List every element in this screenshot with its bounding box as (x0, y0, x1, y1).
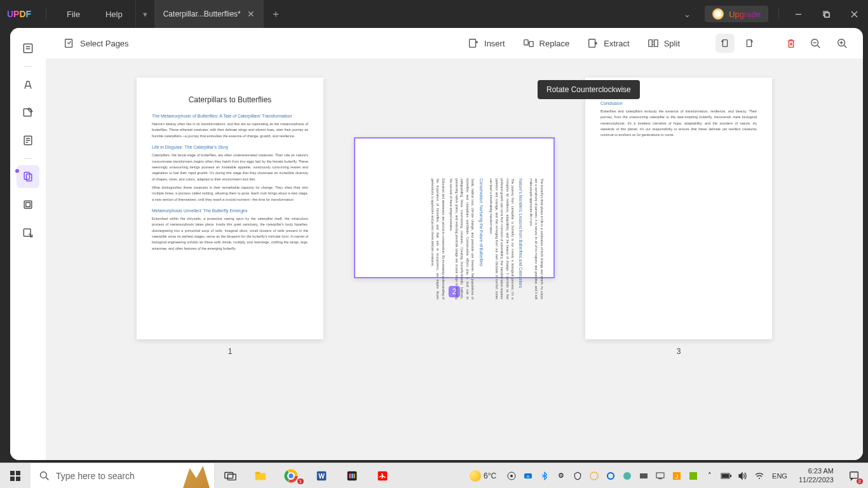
search-box[interactable]: Type here to search (31, 463, 215, 488)
tray-chevron[interactable]: ˄ (703, 470, 716, 482)
app-logo: UPDF (0, 9, 38, 19)
task-view-button[interactable] (215, 463, 245, 488)
paragraph: The butterfly's final phase in life is a… (529, 179, 545, 299)
section-heading: Conservation: Nurturing the Future of Bu… (478, 179, 483, 299)
form-button[interactable] (17, 129, 39, 152)
minimize-button[interactable] (784, 0, 812, 28)
svg-rect-41 (16, 477, 20, 481)
page-thumbnail-2-selected[interactable]: The butterfly's final phase in life is a… (354, 137, 555, 278)
organize-pages-button[interactable] (17, 165, 39, 188)
time: 6:23 AM (799, 467, 834, 475)
split-button[interactable]: Split (641, 34, 686, 53)
date: 11/22/2023 (799, 476, 834, 484)
section-heading: Life in Disguise: The Caterpillar's Stor… (152, 144, 308, 150)
close-tab-button[interactable]: ✕ (247, 9, 255, 19)
start-button[interactable] (0, 463, 31, 488)
wifi-icon[interactable] (753, 470, 766, 482)
section-heading: Metamorphosis Unveiled: The Butterfly Em… (152, 208, 308, 214)
insert-button[interactable]: Insert (461, 34, 512, 53)
tray-icon[interactable] (637, 470, 650, 482)
clock[interactable]: 6:23 AM 11/22/2023 (794, 467, 839, 484)
svg-rect-68 (656, 473, 664, 478)
upgrade-button[interactable]: Upgrade (705, 6, 768, 22)
rotate-ccw-button[interactable] (715, 34, 735, 53)
tray-icon[interactable] (687, 470, 700, 482)
notif-badge: 2 (857, 478, 863, 484)
menu-file[interactable]: File (54, 10, 93, 19)
lang-indicator[interactable]: ENG (772, 472, 787, 480)
annotate-button[interactable] (17, 73, 39, 96)
new-tab-button[interactable]: ＋ (264, 0, 287, 28)
volume-icon[interactable] (736, 470, 749, 482)
tray-icon[interactable] (621, 470, 634, 482)
paragraph: Butterflies and caterpillars embody the … (600, 109, 757, 139)
page-col-1: Caterpillars to Butterflies The Metamorp… (137, 78, 323, 356)
menu-help[interactable]: Help (93, 10, 135, 19)
extract-label: Extract (604, 39, 629, 48)
crop-button[interactable] (17, 193, 39, 216)
app-frame: Select Pages Insert Replace Extract Spli… (10, 28, 863, 460)
page-thumbnail-1[interactable]: Caterpillars to Butterflies The Metamorp… (137, 78, 323, 339)
svg-line-35 (844, 46, 847, 48)
sidebar (10, 28, 46, 460)
svg-point-65 (607, 473, 614, 479)
paragraph: Entombed within the chrysalis, a protect… (152, 216, 308, 252)
tray-icon[interactable] (571, 470, 584, 482)
tray-icon[interactable] (505, 470, 518, 482)
bluetooth-icon[interactable] (538, 470, 551, 482)
chrome-button[interactable]: 1 (276, 463, 306, 488)
acrobat-button[interactable] (367, 463, 398, 488)
svg-rect-67 (640, 473, 648, 478)
section-heading: The Metamorphosis of Butterflies: A Tale… (152, 113, 308, 119)
tray-icon[interactable] (654, 470, 667, 482)
page-col-3: Conclusion Butterflies and caterpillars … (585, 78, 772, 356)
tray-icon[interactable]: ⚙ (555, 470, 567, 482)
dropdown-button[interactable]: ⌄ (675, 10, 700, 19)
rotate-cw-button[interactable] (740, 34, 759, 53)
notifications-button[interactable]: 2 (843, 463, 865, 488)
extract-button[interactable]: Extract (581, 34, 635, 53)
tooltip: Rotate Counterclockwise (538, 80, 640, 99)
delete-button[interactable] (782, 34, 801, 53)
close-button[interactable] (840, 0, 868, 28)
tray-icon[interactable] (588, 470, 600, 482)
chrome-badge: 1 (297, 478, 304, 484)
tray-icon[interactable]: J (670, 470, 683, 482)
page-thumbnail-3[interactable]: Conclusion Butterflies and caterpillars … (585, 78, 772, 339)
titlebar: UPDF File Help ▾ Caterpillar...Butterfli… (0, 0, 868, 28)
zoom-in-button[interactable] (832, 34, 851, 53)
replace-button[interactable]: Replace (517, 34, 576, 53)
reader-mode-button[interactable] (17, 37, 39, 60)
svg-rect-58 (354, 473, 355, 478)
app-button[interactable] (337, 463, 367, 488)
paragraph: Sadly, habitat loss, climate change, and… (449, 179, 476, 299)
tray-icon[interactable] (604, 470, 617, 482)
active-indicator (15, 169, 19, 173)
divider (24, 158, 32, 159)
svg-text:∞: ∞ (527, 474, 530, 478)
tab-group: ▾ Caterpillar...Butterflies* ✕ ＋ (135, 0, 287, 28)
svg-rect-47 (255, 471, 260, 474)
separator (778, 8, 779, 20)
page-toolbar: Select Pages Insert Replace Extract Spli… (46, 28, 863, 58)
taskbar-apps: 1 W (215, 463, 398, 488)
maximize-button[interactable] (812, 0, 840, 28)
tray-icon[interactable]: ∞ (522, 470, 534, 482)
document-tab[interactable]: Caterpillar...Butterflies* ✕ (154, 0, 264, 28)
svg-rect-69 (658, 478, 662, 479)
svg-rect-40 (10, 477, 15, 481)
titlebar-right: ⌄ Upgrade (675, 0, 868, 28)
redact-button[interactable] (17, 221, 39, 244)
edit-button[interactable] (17, 101, 39, 124)
battery-icon[interactable] (720, 470, 733, 482)
word-button[interactable]: W (306, 463, 337, 488)
select-pages-button[interactable]: Select Pages (57, 34, 135, 53)
zoom-out-button[interactable] (806, 34, 825, 53)
explorer-button[interactable] (245, 463, 276, 488)
tab-history-button[interactable]: ▾ (135, 0, 154, 28)
divider (24, 66, 32, 67)
weather-widget[interactable]: 6°C (470, 470, 496, 482)
svg-text:W: W (318, 472, 325, 479)
svg-rect-17 (26, 203, 31, 207)
page-thumbnails[interactable]: Caterpillars to Butterflies The Metamorp… (46, 58, 863, 460)
